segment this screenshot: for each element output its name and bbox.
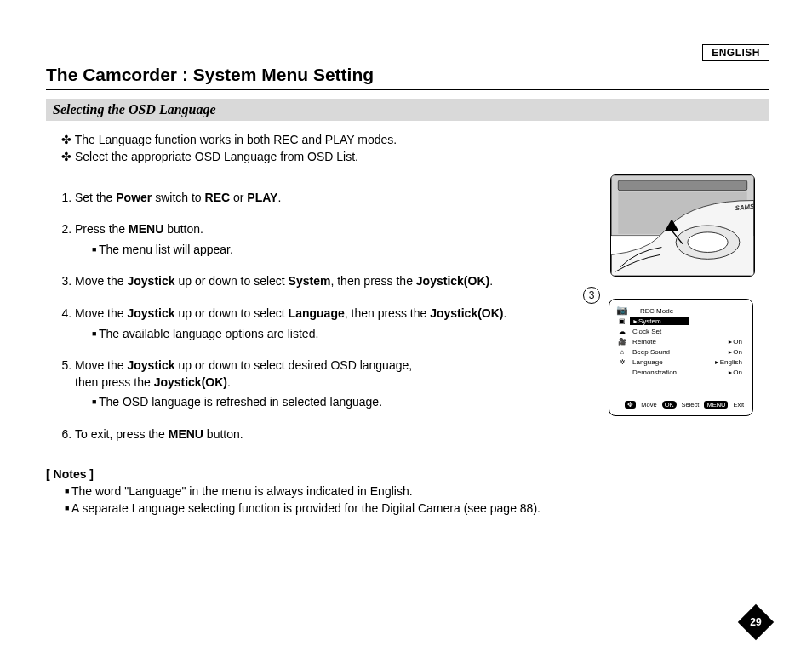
menu-item-beep: Beep Sound: [630, 348, 689, 356]
menu-system-icon: ▣: [616, 317, 628, 326]
menu-gear-icon: ✲: [616, 358, 628, 367]
step-2: Press the MENU button. The menu list wil…: [75, 221, 576, 258]
move-tag-icon: ✥: [625, 401, 636, 409]
step-6: To exit, press the MENU button.: [75, 426, 576, 443]
note-item: A separate Language selecting function i…: [65, 500, 576, 517]
page-title: The Camcorder : System Menu Setting: [46, 65, 769, 90]
notes-list: The word "Language" in the menu is alway…: [46, 483, 576, 517]
step-4-sub: The available language options are liste…: [92, 326, 576, 343]
figure-1: 1 SAMS: [610, 174, 755, 277]
menu-item-demo: Demonstration: [630, 369, 689, 376]
menu-item-language: Language: [630, 358, 689, 366]
step-1: Set the Power switch to REC or PLAY.: [75, 190, 576, 207]
language-tag: ENGLISH: [702, 44, 769, 61]
step-4: Move the Joystick up or down to select L…: [75, 306, 576, 342]
steps-list: Set the Power switch to REC or PLAY. Pre…: [46, 190, 576, 443]
camcorder-illustration-icon: SAMS: [611, 175, 754, 276]
page-number: 29: [742, 609, 769, 636]
menu-item-clockset: Clock Set: [630, 328, 689, 335]
menu-item-remote: Remote: [630, 338, 689, 346]
notes-heading: [ Notes ]: [46, 467, 576, 481]
section-heading: Selecting the OSD Language: [46, 99, 769, 121]
menu-mode-title: REC Mode: [616, 306, 746, 317]
menu-video-icon: 🎥: [616, 338, 628, 346]
step-2-sub: The menu list will appear.: [92, 242, 576, 259]
menu-camera-icon: ☁: [616, 328, 628, 336]
menu-tag-icon: MENU: [704, 401, 728, 409]
note-item: The word "Language" in the menu is alway…: [65, 483, 576, 500]
intro-list: The Language function works in both REC …: [46, 131, 769, 166]
intro-item: Select the appropriate OSD Language from…: [61, 148, 769, 165]
step-5: Move the Joystick up or down to select d…: [75, 357, 576, 411]
menu-hint-bar: ✥Move OKSelect MENUExit: [618, 401, 744, 409]
intro-item: The Language function works in both REC …: [61, 131, 769, 148]
menu-tape-icon: ⌂: [616, 348, 628, 357]
step-5-sub: The OSD language is refreshed in selecte…: [92, 394, 576, 411]
figure-3: 3 📷 REC Mode ▣►System ☁Clock Set 🎥Remote…: [603, 294, 758, 421]
ok-tag-icon: OK: [662, 401, 677, 409]
step-3: Move the Joystick up or down to select S…: [75, 273, 576, 290]
svg-rect-1: [618, 180, 746, 190]
menu-item-system: ►System: [630, 317, 689, 325]
figure-3-badge: 3: [583, 287, 600, 304]
svg-point-4: [688, 231, 728, 252]
